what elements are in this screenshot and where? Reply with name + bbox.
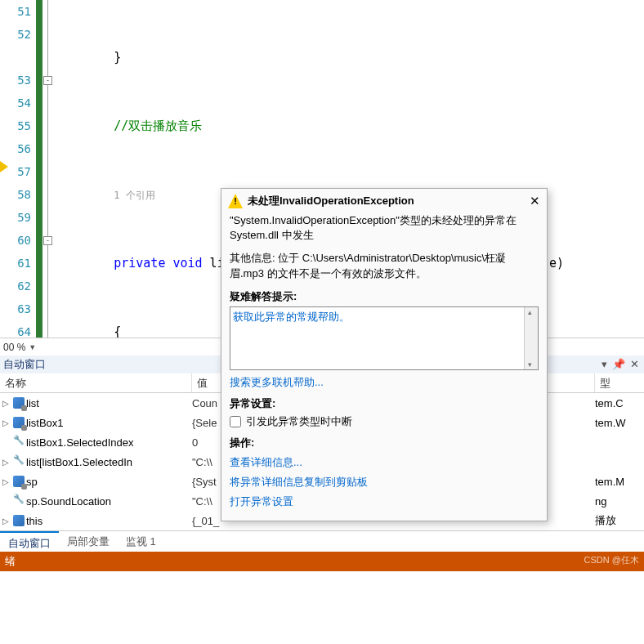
field-icon <box>11 476 26 487</box>
close-icon[interactable]: ✕ <box>630 356 639 373</box>
scrollbar[interactable] <box>524 307 538 369</box>
status-bar: 绪 CSDN @任木 <box>0 552 644 571</box>
warning-icon: ! <box>228 194 243 208</box>
tab-autos[interactable]: 自动窗口 <box>0 531 59 552</box>
variable-type: tem.M <box>595 476 644 488</box>
line-num: 52 <box>0 23 31 46</box>
bottom-tabs: 自动窗口 局部变量 监视 1 <box>0 530 644 552</box>
reference-hint[interactable]: 1 个引用 <box>114 190 154 201</box>
exception-message-2: 其他信息: 位于 C:\Users\Administrator\Desktop\… <box>230 251 539 280</box>
open-settings-link[interactable]: 打开异常设置 <box>230 494 539 509</box>
variable-name: listBox1.SelectedIndex <box>26 436 192 449</box>
exception-title: 未处理InvalidOperationException <box>248 194 525 208</box>
tab-watch[interactable]: 监视 1 <box>118 531 164 552</box>
status-text: 绪 <box>5 554 16 569</box>
checkbox-label: 引发此异常类型时中断 <box>246 414 352 429</box>
line-num: 51 <box>0 0 31 23</box>
expand-icon[interactable]: ▷ <box>0 418 11 427</box>
property-icon <box>11 436 26 448</box>
change-marker-gutter <box>36 0 42 338</box>
search-online-link[interactable]: 搜索更多联机帮助... <box>230 375 539 390</box>
settings-title: 异常设置: <box>230 396 539 411</box>
view-details-link[interactable]: 查看详细信息... <box>230 455 539 470</box>
execution-pointer-icon <box>0 161 8 172</box>
line-num: 53 <box>0 69 31 92</box>
exception-popup: ! 未处理InvalidOperationException ✕ "System… <box>221 188 548 521</box>
variable-type: 播放 <box>595 513 644 528</box>
field-icon <box>11 417 26 428</box>
field-icon <box>11 397 26 409</box>
checkbox-input[interactable] <box>230 416 241 427</box>
break-on-throw-checkbox[interactable]: 引发此异常类型时中断 <box>230 414 539 429</box>
hint-link[interactable]: 获取此异常的常规帮助。 <box>233 311 350 323</box>
hints-title: 疑难解答提示: <box>230 289 539 304</box>
line-num: 60 <box>0 229 31 252</box>
line-num: 54 <box>0 92 31 114</box>
expand-icon[interactable]: ▷ <box>0 458 11 467</box>
collapse-toggle-icon[interactable]: - <box>43 236 52 245</box>
code-keyword: private <box>114 256 165 271</box>
dropdown-icon[interactable]: ▾ <box>602 356 607 373</box>
variable-name: sp.SoundLocation <box>26 495 192 508</box>
code-text: } <box>114 50 121 65</box>
variable-name: list[listBox1.SelectedIn <box>26 456 192 468</box>
expand-icon[interactable]: ▷ <box>0 399 11 408</box>
pin-icon[interactable]: 📌 <box>612 356 625 373</box>
property-icon <box>11 456 26 467</box>
line-num <box>0 46 31 69</box>
variable-name: listBox1 <box>26 417 192 429</box>
code-keyword: void <box>172 256 202 271</box>
variable-name: list <box>26 397 192 409</box>
outline-gutter[interactable]: - - <box>42 0 59 338</box>
field-icon <box>11 515 26 526</box>
expand-icon[interactable]: ▷ <box>0 517 11 525</box>
variable-type: tem.C <box>595 397 644 409</box>
line-num: 61 <box>0 252 31 275</box>
code-comment: //双击播放音乐 <box>114 119 202 133</box>
expand-icon[interactable]: ▷ <box>0 477 11 486</box>
close-icon[interactable]: ✕ <box>530 194 540 208</box>
line-num: 59 <box>0 206 31 229</box>
variable-name: this <box>26 515 192 527</box>
variable-type: tem.W <box>595 417 644 429</box>
watermark-text: CSDN @任木 <box>584 554 639 569</box>
line-num: 58 <box>0 183 31 206</box>
exception-message-1: "System.InvalidOperationException"类型的未经处… <box>230 213 539 243</box>
line-num: 63 <box>0 297 31 320</box>
actions-title: 操作: <box>230 436 539 450</box>
line-num: 64 <box>0 320 31 343</box>
panel-title-text: 自动窗口 <box>3 356 46 373</box>
line-num: 55 <box>0 114 31 137</box>
line-num: 62 <box>0 275 31 297</box>
col-header-name[interactable]: 名称 <box>0 373 192 392</box>
variable-type: ng <box>595 495 644 508</box>
exception-header: ! 未处理InvalidOperationException ✕ <box>221 189 547 213</box>
line-num: 56 <box>0 137 31 160</box>
col-header-type[interactable]: 型 <box>595 373 644 392</box>
variable-name: sp <box>26 476 192 488</box>
collapse-toggle-icon[interactable]: - <box>43 76 52 85</box>
tab-locals[interactable]: 局部变量 <box>59 531 118 552</box>
copy-details-link[interactable]: 将异常详细信息复制到剪贴板 <box>230 475 539 490</box>
hints-box[interactable]: 获取此异常的常规帮助。 <box>230 306 539 370</box>
property-icon <box>11 495 26 507</box>
code-text: { <box>114 324 121 338</box>
